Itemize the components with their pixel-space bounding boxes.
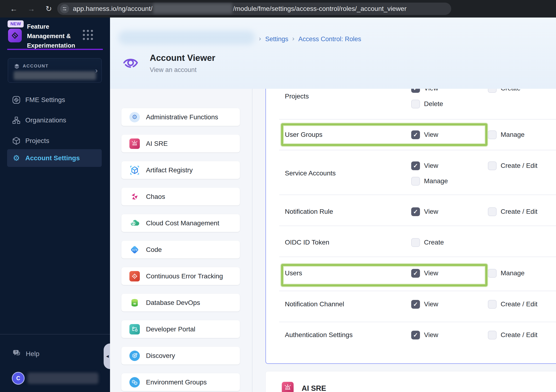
checkbox-label: Create bbox=[424, 239, 444, 246]
module-title: Feature Management & Experimentation bbox=[27, 22, 75, 50]
checkbox-label: View bbox=[424, 131, 438, 139]
checkbox-projects-view[interactable] bbox=[411, 89, 420, 93]
permission-option: Delete bbox=[411, 99, 443, 108]
permission-option: Create / Edit bbox=[488, 300, 538, 309]
checkbox-authentication-settings-create-edit[interactable] bbox=[488, 331, 497, 339]
sidebar-item-account-settings[interactable]: ⚙ Account Settings bbox=[7, 149, 102, 167]
breadcrumb-separator-icon: › bbox=[292, 35, 294, 42]
sidebar-item-label: FME Settings bbox=[25, 96, 65, 104]
discovery-icon bbox=[129, 351, 140, 361]
permission-option: View bbox=[411, 161, 438, 170]
sidebar-item-label: Projects bbox=[25, 137, 49, 145]
module-label: Continuous Error Tracking bbox=[146, 273, 223, 280]
checkbox-projects-create[interactable] bbox=[488, 89, 497, 93]
module-card-environment-groups[interactable]: Environment Groups bbox=[121, 373, 240, 391]
checkbox-authentication-settings-view[interactable] bbox=[411, 331, 420, 339]
module-label: Environment Groups bbox=[146, 378, 207, 386]
ai-sre-icon bbox=[129, 139, 140, 149]
permission-resource-label: Notification Rule bbox=[285, 207, 333, 216]
svg-text:</>: </> bbox=[132, 248, 137, 251]
module-label: AI SRE bbox=[146, 140, 168, 148]
checkbox-notification-rule-view[interactable] bbox=[411, 207, 420, 216]
checkbox-label: View bbox=[424, 162, 438, 170]
url-prefix: app.harness.io/ng/account/ bbox=[73, 5, 152, 12]
permission-option: Create bbox=[411, 238, 444, 247]
avatar[interactable]: C bbox=[12, 372, 25, 385]
permission-option: View bbox=[411, 89, 438, 93]
checkbox-notification-channel-view[interactable] bbox=[411, 300, 420, 309]
column-divider bbox=[252, 89, 252, 392]
checkbox-user-groups-view[interactable] bbox=[411, 130, 420, 139]
checkbox-label: Create bbox=[501, 89, 520, 92]
sidebar-item-fme-settings[interactable]: FME Settings bbox=[7, 93, 102, 107]
ai-sre-icon bbox=[282, 382, 293, 392]
application-window: ← → ↻ app.harness.io/ng/account//module/… bbox=[0, 0, 556, 392]
permission-option: View bbox=[411, 300, 438, 309]
sidebar-collapse-button[interactable]: ◀ bbox=[104, 344, 110, 369]
redacted-account-name bbox=[14, 71, 96, 80]
checkbox-label: View bbox=[424, 300, 438, 308]
module-card-chaos[interactable]: Chaos bbox=[121, 188, 240, 205]
permission-resource-label: Service Accounts bbox=[285, 169, 336, 178]
breadcrumb-settings[interactable]: Settings bbox=[265, 36, 288, 43]
module-card-discovery[interactable]: Discovery bbox=[121, 347, 240, 365]
site-settings-icon[interactable] bbox=[60, 4, 69, 13]
module-card-cloud-cost-management[interactable]: $Cloud Cost Management bbox=[121, 214, 240, 232]
url-text: app.harness.io/ng/account//module/fme/se… bbox=[73, 3, 407, 15]
address-bar[interactable]: app.harness.io/ng/account//module/fme/se… bbox=[57, 3, 451, 15]
sidebar-item-organizations[interactable]: Organizations bbox=[7, 114, 102, 127]
module-label: Code bbox=[146, 246, 162, 253]
module-switcher-icon[interactable] bbox=[83, 30, 93, 40]
checkbox-label: Create / Edit bbox=[501, 162, 538, 170]
browser-toolbar: ← → ↻ app.harness.io/ng/account//module/… bbox=[0, 0, 556, 17]
permission-row-service-accounts: Service AccountsViewCreate / EditManage bbox=[266, 150, 556, 195]
help-label: Help bbox=[26, 350, 39, 358]
breadcrumb-access-control-roles[interactable]: Access Control: Roles bbox=[298, 36, 361, 43]
page-subtitle: View an account bbox=[150, 66, 197, 74]
module-card-artifact-registry[interactable]: Artifact Registry bbox=[121, 161, 240, 179]
redacted-user-name bbox=[27, 373, 98, 384]
collapse-arrow-icon: ◀ bbox=[106, 354, 109, 358]
checkbox-label: Create / Edit bbox=[501, 331, 538, 339]
module-card-database-devops[interactable]: ∞Database DevOps bbox=[121, 294, 240, 312]
permission-option: Create / Edit bbox=[488, 207, 538, 216]
module-card-continuous-error-tracking[interactable]: Continuous Error Tracking bbox=[121, 267, 240, 285]
new-badge: NEW bbox=[8, 20, 24, 27]
permission-option: View bbox=[411, 130, 438, 139]
permission-row-notification-rule: Notification RuleViewCreate / Edit bbox=[266, 195, 556, 226]
browser-reload-icon[interactable]: ↻ bbox=[42, 0, 56, 17]
checkbox-projects-delete[interactable] bbox=[411, 100, 420, 108]
ai-sre-section-title: AI SRE bbox=[302, 384, 326, 392]
browser-back-icon[interactable]: ← bbox=[7, 0, 21, 17]
module-card-code[interactable]: </>Code bbox=[121, 241, 240, 259]
module-card-administrative-functions[interactable]: ⚙Administrative Functions bbox=[121, 108, 240, 126]
module-card-developer-portal[interactable]: Developer Portal bbox=[121, 320, 240, 338]
permission-row-authentication-settings: Authentication SettingsViewCreate / Edit bbox=[266, 322, 556, 363]
permission-row-users: UsersViewManage bbox=[266, 257, 556, 291]
permission-option: Create bbox=[488, 89, 520, 93]
permission-option: Manage bbox=[488, 130, 525, 139]
checkbox-user-groups-manage[interactable] bbox=[488, 130, 497, 139]
checkbox-oidc-id-token-create[interactable] bbox=[411, 238, 420, 247]
sidebar: NEW Feature Management & Experimentation… bbox=[0, 17, 110, 392]
module-label: Discovery bbox=[146, 352, 175, 360]
permission-row-notification-channel: Notification ChannelViewCreate / Edit bbox=[266, 291, 556, 322]
checkbox-service-accounts-view[interactable] bbox=[411, 161, 420, 170]
account-selector[interactable]: ACCOUNT › bbox=[8, 58, 102, 83]
organizations-icon bbox=[12, 116, 21, 125]
fme-module-icon[interactable] bbox=[8, 29, 22, 42]
sidebar-item-projects[interactable]: Projects bbox=[7, 134, 102, 148]
checkbox-notification-channel-create-edit[interactable] bbox=[488, 300, 497, 309]
checkbox-users-manage[interactable] bbox=[488, 269, 497, 278]
ai-sre-section: AI SRE bbox=[265, 371, 556, 392]
permission-option: Manage bbox=[411, 177, 448, 186]
checkbox-notification-rule-create-edit[interactable] bbox=[488, 207, 497, 216]
sidebar-item-help[interactable]: ? Help bbox=[7, 347, 83, 361]
module-card-ai-sre[interactable]: AI SRE bbox=[121, 135, 240, 152]
checkbox-users-view[interactable] bbox=[411, 269, 420, 278]
checkbox-label: View bbox=[424, 331, 438, 339]
checkbox-service-accounts-create-edit[interactable] bbox=[488, 161, 497, 170]
svg-text:∞: ∞ bbox=[133, 301, 136, 306]
browser-forward-icon[interactable]: → bbox=[24, 0, 38, 17]
checkbox-service-accounts-manage[interactable] bbox=[411, 177, 420, 186]
